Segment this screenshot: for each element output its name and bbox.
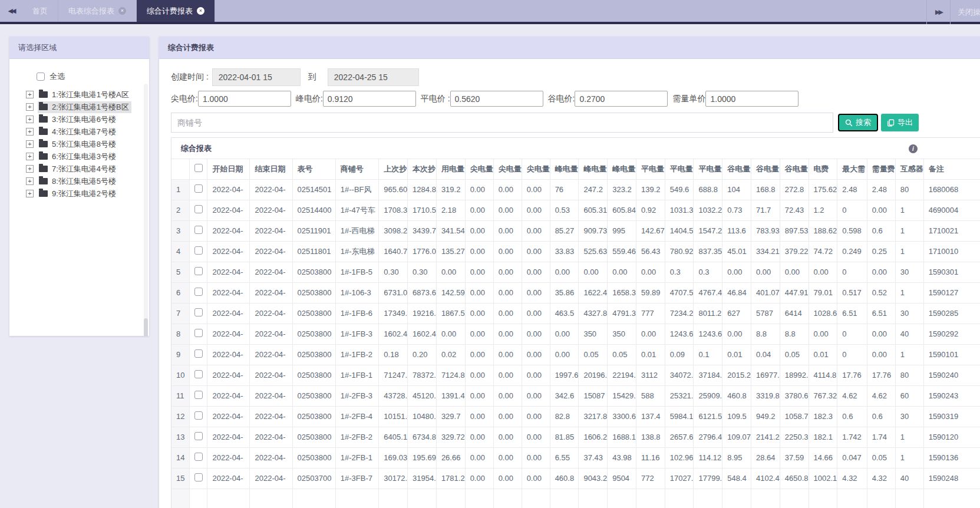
cell: 0.30 xyxy=(408,262,437,282)
row-checkbox[interactable] xyxy=(194,329,203,337)
cell: 0.00 xyxy=(722,262,751,282)
cell: 0.18 xyxy=(379,344,408,365)
expand-icon[interactable]: + xyxy=(26,140,34,148)
cell: 0.05 xyxy=(780,344,809,365)
cell: 2022-04- xyxy=(250,200,292,220)
price-input-2[interactable] xyxy=(450,91,543,107)
cell: 0.53 xyxy=(550,200,579,220)
cell: 02514400 xyxy=(292,200,335,220)
cell: 0.00 xyxy=(522,406,550,427)
info-icon[interactable]: i xyxy=(909,144,918,153)
tab-close-icon[interactable]: × xyxy=(197,7,204,15)
tree-item-label: 9:张江集电港2号楼 xyxy=(52,189,116,199)
cell: 0.00 xyxy=(867,344,895,365)
cell: 0.00 xyxy=(522,262,550,282)
expand-icon[interactable]: + xyxy=(26,177,34,185)
cell: 1710021 xyxy=(923,220,980,241)
select-all-checkbox[interactable] xyxy=(37,72,45,81)
expand-icon[interactable]: + xyxy=(26,153,34,160)
cell: 0.517 xyxy=(837,282,867,303)
row-checkbox[interactable] xyxy=(194,205,203,213)
cell: 2022-04- xyxy=(250,282,292,303)
price-input-3[interactable] xyxy=(575,91,668,107)
cell: 142.59 xyxy=(436,282,465,303)
scroll-tabs-right-icon[interactable]: ▶▶ xyxy=(926,0,951,24)
tree-item[interactable]: +2:张江集电港1号楼B区 xyxy=(26,101,144,113)
price-input-1[interactable] xyxy=(323,91,416,107)
row-checkbox[interactable] xyxy=(194,226,203,234)
price-input-0[interactable] xyxy=(198,91,291,107)
cell: 329.7 xyxy=(436,406,465,427)
row-checkbox[interactable] xyxy=(194,370,203,378)
table-row xyxy=(171,489,980,508)
row-checkbox-cell xyxy=(189,406,207,427)
row-checkbox[interactable] xyxy=(194,349,203,358)
collapse-tabs-left-icon[interactable]: ◀◀ xyxy=(0,0,22,22)
close-operations-menu[interactable]: 关闭操作 xyxy=(951,7,980,18)
cell: 22194. xyxy=(608,365,636,385)
date-to-input[interactable] xyxy=(328,68,419,86)
row-checkbox[interactable] xyxy=(194,432,203,440)
sidebar-scrollbar[interactable] xyxy=(144,84,148,336)
tree-item[interactable]: +3:张江集电港6号楼 xyxy=(26,113,144,126)
tree-item[interactable]: +7:张江集电港4号楼 xyxy=(26,163,144,175)
row-number: 3 xyxy=(171,220,189,241)
tab-电表综合报表[interactable]: 电表综合报表× xyxy=(58,0,137,22)
row-checkbox[interactable] xyxy=(194,246,203,255)
col-header-5: 本次抄 xyxy=(408,159,437,179)
cell: 4102.4 xyxy=(751,468,780,489)
cell: 0.00 xyxy=(465,324,493,344)
cell xyxy=(550,489,579,508)
expand-icon[interactable]: + xyxy=(26,165,34,173)
tree-item-body: 8:张江集电港5号楼 xyxy=(38,176,118,187)
price-input-4[interactable] xyxy=(705,91,798,107)
cell: 1028.6 xyxy=(809,303,837,324)
cell: 2015.2 xyxy=(722,365,751,385)
row-checkbox[interactable] xyxy=(194,473,203,481)
tree-item[interactable]: +4:张江集电港7号楼 xyxy=(26,126,144,138)
row-number: 5 xyxy=(171,262,189,282)
header-checkbox[interactable] xyxy=(194,164,203,172)
cell: 1606.2 xyxy=(579,427,608,447)
cell: 9504 xyxy=(608,468,636,489)
cell: 3217.8 xyxy=(579,406,608,427)
cell: 17.76 xyxy=(837,365,867,385)
cell xyxy=(923,489,980,508)
search-button[interactable]: 搜索 xyxy=(838,114,878,131)
tab-首页[interactable]: 首页 xyxy=(22,0,58,22)
tree-item[interactable]: +1:张江集电港1号楼A区 xyxy=(26,88,144,101)
row-checkbox[interactable] xyxy=(194,411,203,420)
shop-number-input[interactable] xyxy=(171,113,833,133)
cell: 1602.4 xyxy=(379,324,408,344)
tab-综合计费报表[interactable]: 综合计费报表× xyxy=(137,0,215,22)
cell: 02514501 xyxy=(292,179,335,200)
cell: 0.00 xyxy=(522,385,550,406)
tree-item[interactable]: +8:张江集电港5号楼 xyxy=(26,175,144,187)
expand-icon[interactable]: + xyxy=(26,116,34,123)
cell: 460.8 xyxy=(722,385,751,406)
row-checkbox[interactable] xyxy=(194,453,203,461)
tree-item[interactable]: +9:张江集电港2号楼 xyxy=(26,187,144,200)
cell: 0.00 xyxy=(465,385,493,406)
cell: 1#-3FB-7 xyxy=(335,468,379,489)
cell: 350 xyxy=(608,324,636,344)
tree-item[interactable]: +5:张江集电港8号楼 xyxy=(26,138,144,150)
row-checkbox[interactable] xyxy=(194,308,203,316)
expand-icon[interactable]: + xyxy=(26,91,34,98)
export-button[interactable]: 导出 xyxy=(881,114,919,131)
cell: 1 xyxy=(895,427,923,447)
cell: 109.07 xyxy=(722,427,751,447)
expand-icon[interactable]: + xyxy=(26,190,34,197)
tab-close-icon[interactable]: × xyxy=(118,7,126,15)
cell: 31954. xyxy=(408,468,437,489)
tree-item[interactable]: +6:张江集电港3号楼 xyxy=(26,150,144,163)
row-checkbox[interactable] xyxy=(194,267,203,275)
expand-icon[interactable]: + xyxy=(26,103,34,111)
row-checkbox[interactable] xyxy=(194,288,203,296)
row-checkbox[interactable] xyxy=(194,391,203,399)
col-header-17: 谷电量 xyxy=(751,159,780,179)
expand-icon[interactable]: + xyxy=(26,128,34,136)
col-header-19: 电费 xyxy=(809,159,837,179)
date-from-input[interactable] xyxy=(212,68,301,86)
row-checkbox[interactable] xyxy=(194,184,203,193)
